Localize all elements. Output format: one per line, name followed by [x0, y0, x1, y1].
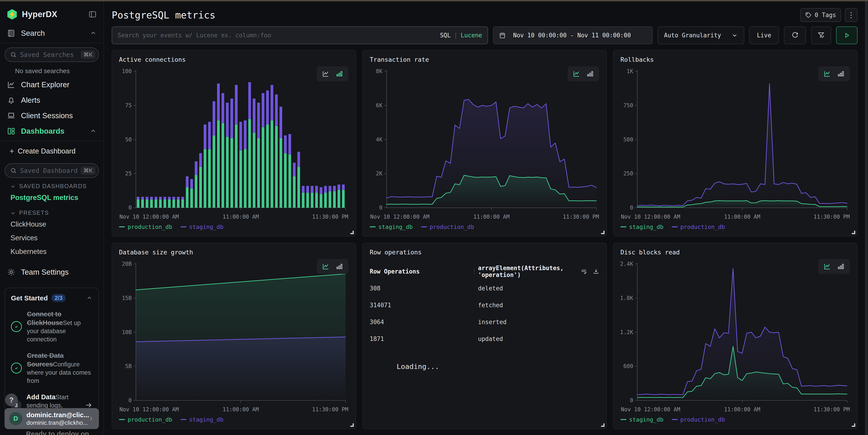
line-view-icon[interactable] — [823, 70, 831, 78]
preset-link-clickhouse[interactable]: ClickHouse — [0, 218, 103, 231]
section-presets[interactable]: PRESETS — [0, 204, 103, 218]
legend-label: staging_db — [189, 224, 224, 230]
date-range-value: Nov 10 00:00:00 - Nov 11 00:00:00 — [513, 32, 631, 39]
vertical-scrollbar[interactable] — [865, 1, 868, 435]
help-button[interactable]: ? — [5, 394, 18, 406]
preset-link-kubernetes[interactable]: Kubernetes — [0, 245, 103, 259]
chevron-up-icon[interactable] — [90, 128, 97, 135]
section-saved-dashboards[interactable]: SAVED DASHBOARDS — [0, 178, 103, 191]
line-view-icon[interactable] — [823, 263, 831, 270]
panel-title: Active connections — [119, 56, 349, 63]
wrap-text-icon[interactable] — [580, 268, 587, 275]
sidebar-item-label: Chart Explorer — [21, 80, 97, 89]
granularity-select[interactable]: Auto Granularity — [658, 26, 744, 44]
sidebar-item-alerts[interactable]: Alerts — [0, 93, 103, 108]
legend-swatch — [181, 419, 186, 420]
chart-view-toggle[interactable] — [567, 66, 599, 81]
legend-swatch — [620, 226, 626, 227]
chevron-down-icon — [732, 32, 738, 38]
legend-item[interactable]: staging_db — [181, 416, 224, 423]
refresh-button[interactable] — [784, 26, 806, 44]
legend-label: staging_db — [629, 416, 663, 423]
chart-svg: 0255075100Nov 10 12:00:00 AM11:00:00 AM1… — [119, 65, 349, 221]
legend-item[interactable]: staging_db — [620, 224, 663, 230]
line-view-icon[interactable] — [572, 70, 580, 78]
column-header: arrayElement(Attributes, 'operation') — [478, 265, 580, 278]
bar-view-icon[interactable] — [336, 263, 343, 270]
user-menu[interactable]: D dominic.tran@clic... dominic.tran@clic… — [5, 408, 99, 429]
sidebar-item-client-sessions[interactable]: Client Sessions — [0, 108, 103, 124]
download-icon[interactable] — [593, 268, 599, 275]
chart-svg: 06001.2K1.8K2.4KNov 10 12:00:00 AM11:00:… — [620, 258, 850, 414]
dashboard-link-postgresql-metrics[interactable]: PostgreSQL metrics — [0, 191, 103, 204]
legend-item[interactable]: production_db — [672, 416, 725, 423]
dashboard-grid-icon — [7, 127, 16, 135]
get-started-item-connect[interactable]: Connect to ClickHouseSet up your databas… — [11, 310, 93, 343]
bar-view-icon[interactable] — [837, 70, 845, 78]
chart-view-toggle[interactable] — [818, 259, 850, 274]
line-view-icon[interactable] — [322, 263, 330, 270]
chevron-up-icon[interactable] — [86, 295, 93, 301]
chart-area: 02505007501KNov 10 12:00:00 AM11:00:00 A… — [620, 65, 850, 221]
sql-mode-toggle[interactable]: SQL — [440, 32, 451, 39]
live-button[interactable]: Live — [749, 26, 779, 44]
legend-item[interactable]: production_db — [119, 224, 172, 230]
saved-dashboards-field[interactable] — [20, 167, 78, 174]
sidebar-collapse-icon[interactable] — [88, 10, 97, 19]
table-row: 308deleted — [370, 280, 599, 297]
chart-view-toggle[interactable] — [317, 66, 348, 81]
sidebar-item-dashboards[interactable]: Dashboards — [0, 124, 103, 139]
chevron-up-icon[interactable] — [90, 30, 97, 37]
user-email: dominic.tran@clickho... — [26, 419, 84, 426]
date-range-picker[interactable]: Nov 10 00:00:00 - Nov 11 00:00:00 — [493, 26, 653, 44]
svg-text:11:30:00 PM: 11:30:00 PM — [312, 214, 348, 220]
lucene-mode-toggle[interactable]: Lucene — [461, 32, 482, 39]
bar-view-icon[interactable] — [586, 70, 594, 78]
cell-operation: deleted — [478, 285, 599, 292]
event-search-input[interactable] — [118, 32, 440, 39]
legend-item[interactable]: staging_db — [620, 416, 663, 423]
svg-text:0: 0 — [379, 204, 382, 211]
saved-dashboards-input[interactable]: ⌘K — [5, 163, 99, 178]
svg-text:11:00:00 AM: 11:00:00 AM — [473, 214, 510, 220]
panel-active-connections: Active connections0255075100Nov 10 12:00… — [112, 50, 356, 236]
sidebar-item-search[interactable]: Search — [0, 26, 103, 41]
chart-view-toggle[interactable] — [818, 66, 850, 81]
filter-button[interactable] — [811, 26, 831, 44]
chart-view-toggle[interactable] — [317, 259, 348, 274]
panel-resize-handle[interactable] — [852, 231, 855, 234]
saved-searches-field[interactable] — [20, 51, 78, 59]
get-started-item-title: Add Data — [26, 393, 55, 401]
chart-legend: production_dbstaging_db — [119, 222, 349, 232]
chart-legend: staging_dbproduction_db — [620, 414, 850, 425]
tags-button[interactable]: 0 Tags — [800, 8, 841, 22]
saved-searches-input[interactable]: ⌘K — [5, 47, 99, 62]
panel-resize-handle[interactable] — [350, 424, 354, 427]
preset-link-services[interactable]: Services — [0, 231, 103, 245]
panel-resize-handle[interactable] — [852, 424, 855, 427]
legend-item[interactable]: staging_db — [370, 224, 413, 230]
legend-swatch — [421, 226, 427, 227]
chart-area: 05B10B15B20BNov 10 12:00:00 AM11:00:00 A… — [119, 258, 349, 414]
bar-view-icon[interactable] — [837, 263, 845, 270]
run-query-button[interactable] — [836, 26, 858, 44]
bar-view-icon[interactable] — [336, 70, 343, 78]
line-view-icon[interactable] — [322, 70, 330, 78]
legend-item[interactable]: production_db — [672, 224, 725, 230]
create-dashboard-button[interactable]: + Create Dashboard — [0, 143, 103, 159]
get-started-item-sources[interactable]: Create Data SourcesConfigure where your … — [11, 351, 93, 385]
legend-label: staging_db — [629, 224, 663, 230]
legend-item[interactable]: staging_db — [181, 224, 224, 230]
panel-resize-handle[interactable] — [601, 231, 604, 234]
panel-resize-handle[interactable] — [350, 231, 354, 234]
sidebar-item-chart-explorer[interactable]: Chart Explorer — [0, 77, 103, 93]
svg-text:1K: 1K — [627, 68, 633, 74]
event-search-box[interactable]: SQL | Lucene — [112, 26, 488, 44]
legend-item[interactable]: production_db — [421, 224, 474, 230]
panel-resize-handle[interactable] — [601, 424, 604, 427]
kebab-menu-button[interactable]: ⋮ — [845, 8, 858, 22]
sidebar-item-team-settings[interactable]: Team Settings — [0, 264, 103, 280]
column-resize-handle[interactable]: ⋮ — [471, 268, 478, 275]
table-header-row: Row Operations⋮arrayElement(Attributes, … — [370, 263, 599, 280]
legend-item[interactable]: production_db — [119, 416, 172, 423]
